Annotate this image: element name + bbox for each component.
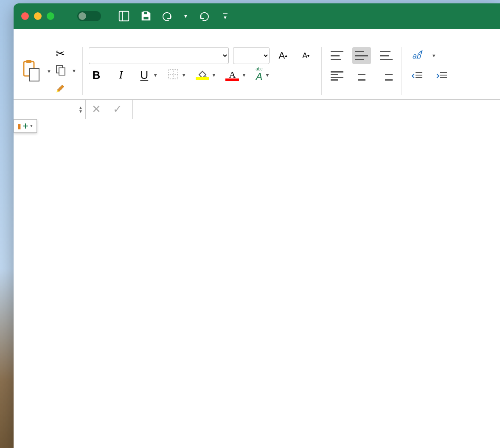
paste-dropdown-icon[interactable]: ▼ [47,69,51,74]
underline-dropdown-icon[interactable]: ▼ [153,73,158,78]
minimize-window-button[interactable] [34,12,42,20]
svg-text:ab: ab [413,52,421,60]
save-icon[interactable] [139,9,153,23]
font-group: A▴ A▾ B I U ▼ ▼ [89,47,322,95]
phonetic-dropdown-icon[interactable]: ▼ [265,73,270,78]
decrease-font-icon[interactable]: A▾ [297,47,315,64]
svg-rect-8 [59,68,65,76]
svg-rect-3 [143,17,149,20]
font-size-select[interactable] [233,47,270,64]
svg-rect-9 [169,70,178,79]
align-top-icon[interactable] [328,47,346,64]
bold-button[interactable]: B [89,69,104,82]
redo-icon[interactable] [197,9,210,23]
svg-rect-0 [119,11,129,21]
underline-button[interactable]: U [138,69,151,82]
paste-icon [21,59,42,83]
fill-color-dropdown-icon[interactable]: ▼ [212,73,216,78]
svg-rect-6 [30,68,39,81]
clipboard-group: ▼ ✂︎ ▼ [21,47,83,95]
copy-dropdown-icon[interactable]: ▼ [72,68,76,73]
format-painter-icon[interactable] [56,81,67,95]
confirm-formula-icon[interactable]: ✓ [107,103,128,116]
borders-icon[interactable] [167,68,179,82]
align-left-icon[interactable] [328,67,346,84]
orientation-dropdown-icon[interactable]: ▼ [432,53,436,58]
indent-group: ab ▼ [408,47,457,95]
name-box-spinner[interactable]: ▲▼ [79,106,83,113]
autofill-plus-icon [23,123,28,129]
autofill-dropdown-icon: ▼ [30,124,34,128]
font-color-icon[interactable]: A [225,69,239,81]
ribbon-tabs [14,29,500,41]
spreadsheet-grid[interactable]: ▮ ▼ [14,119,500,448]
align-right-icon[interactable] [377,67,396,84]
font-name-select[interactable] [89,47,229,64]
app-window: ▼ ▼ ▼ [14,3,500,448]
decrease-indent-icon[interactable] [408,67,427,84]
autofill-options-button[interactable]: ▮ ▼ [14,119,37,133]
quick-access-toolbar: ▼ ▼ [117,9,228,23]
font-color-dropdown-icon[interactable]: ▼ [242,73,246,78]
undo-dropdown-icon[interactable]: ▼ [183,14,188,19]
orientation-icon[interactable]: ab [408,47,427,64]
align-middle-icon[interactable] [352,47,371,64]
svg-rect-5 [26,60,31,63]
align-bottom-icon[interactable] [377,47,396,64]
paste-button[interactable] [21,59,42,84]
autofill-brush-icon: ▮ [17,122,21,130]
align-center-icon[interactable] [352,67,371,84]
increase-indent-icon[interactable] [433,67,451,84]
phonetic-guide-icon[interactable]: abc A [256,67,262,83]
undo-icon[interactable] [161,9,175,23]
close-window-button[interactable] [21,12,29,20]
autosave-settings-icon[interactable] [117,9,131,23]
formula-input[interactable] [132,100,500,119]
ribbon-content: ▼ ✂︎ ▼ [14,41,500,100]
cut-icon[interactable]: ✂︎ [56,47,65,60]
title-bar: ▼ ▼ [14,3,500,29]
copy-icon[interactable] [56,64,67,77]
maximize-window-button[interactable] [47,12,54,20]
increase-font-icon[interactable]: A▴ [274,47,292,64]
name-box[interactable]: ▲▼ [14,100,86,119]
autosave-toggle[interactable] [77,11,101,21]
svg-rect-2 [143,12,147,15]
qat-customize-icon[interactable]: ▼ [223,13,228,20]
fill-color-icon[interactable] [196,70,209,80]
cancel-formula-icon[interactable]: ✕ [86,103,107,116]
borders-dropdown-icon[interactable]: ▼ [182,73,186,78]
alignment-group [328,47,402,95]
italic-button[interactable]: I [113,69,129,81]
formula-bar: ▲▼ ✕ ✓ [14,100,500,119]
window-controls [21,12,54,20]
autosave-toggle-group [75,11,101,21]
